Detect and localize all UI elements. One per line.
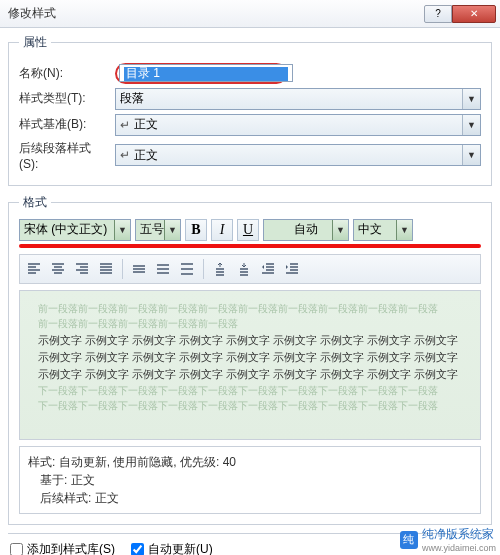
close-button[interactable]: ✕ xyxy=(452,5,496,23)
watermark-text-wrap: 纯净版系统家 www.yidaimei.com xyxy=(422,526,496,553)
name-row: 名称(N): xyxy=(19,63,481,84)
properties-legend: 属性 xyxy=(19,34,51,51)
align-left-button[interactable] xyxy=(23,258,45,280)
chevron-down-icon: ▼ xyxy=(114,220,130,240)
name-input[interactable] xyxy=(124,67,288,81)
preview-ghost-after: 下一段落下一段落下一段落下一段落下一段落下一段落下一段落下一段落下一段落下一段落 xyxy=(38,383,462,399)
chevron-down-icon: ▼ xyxy=(164,220,180,240)
bold-button[interactable]: B xyxy=(185,219,207,241)
info-line-2: 基于: 正文 xyxy=(28,471,472,489)
watermark-logo-icon: 纯 xyxy=(400,531,418,549)
next-style-select[interactable]: ↵ 正文 ▼ xyxy=(115,144,481,166)
font-size-value: 五号 xyxy=(140,221,164,238)
help-button[interactable]: ? xyxy=(424,5,452,23)
titlebar-buttons: ? ✕ xyxy=(424,5,496,23)
titlebar-title: 修改样式 xyxy=(8,5,424,22)
info-line-1: 样式: 自动更新, 使用前隐藏, 优先级: 40 xyxy=(28,453,472,471)
script-select[interactable]: 中文 ▼ xyxy=(353,219,413,241)
next-style-value: 正文 xyxy=(134,147,158,164)
watermark: 纯 纯净版系统家 www.yidaimei.com xyxy=(400,526,496,553)
properties-group: 属性 名称(N): 样式类型(T): 段落 ▼ 样式基准(B): ↵ 正文 ▼ xyxy=(8,34,492,186)
font-family-select[interactable]: 宋体 (中文正文) ▼ xyxy=(19,219,131,241)
name-highlight-annotation xyxy=(115,63,287,84)
paragraph-mark-icon: ↵ xyxy=(120,118,130,132)
script-value: 中文 xyxy=(358,221,382,238)
auto-update-checkbox[interactable]: 自动更新(U) xyxy=(131,541,213,556)
space-before-increase-button[interactable] xyxy=(209,258,231,280)
style-based-select[interactable]: ↵ 正文 ▼ xyxy=(115,114,481,136)
name-input-wrap xyxy=(119,64,293,82)
watermark-url: www.yidaimei.com xyxy=(422,543,496,553)
indent-decrease-button[interactable] xyxy=(257,258,279,280)
font-family-value: 宋体 (中文正文) xyxy=(24,221,107,238)
line-spacing-double-button[interactable] xyxy=(176,258,198,280)
line-spacing-single-button[interactable] xyxy=(128,258,150,280)
font-size-select[interactable]: 五号 ▼ xyxy=(135,219,181,241)
titlebar: 修改样式 ? ✕ xyxy=(0,0,500,28)
preview-ghost-before: 前一段落前一段落前一段落前一段落前一段落前一段落前一段落前一段落前一段落前一段落 xyxy=(38,301,462,317)
based-label: 样式基准(B): xyxy=(19,116,109,133)
preview-ghost-before2: 前一段落前一段落前一段落前一段落前一段落 xyxy=(38,316,462,332)
add-to-gallery-checkbox[interactable]: 添加到样式库(S) xyxy=(10,541,115,556)
font-color-select[interactable]: 自动 ▼ xyxy=(263,219,349,241)
preview-sample-line: 示例文字 示例文字 示例文字 示例文字 示例文字 示例文字 示例文字 示例文字 … xyxy=(38,349,462,366)
add-to-gallery-label: 添加到样式库(S) xyxy=(27,541,115,556)
type-label: 样式类型(T): xyxy=(19,90,109,107)
align-justify-button[interactable] xyxy=(95,258,117,280)
style-info-box: 样式: 自动更新, 使用前隐藏, 优先级: 40 基于: 正文 后续样式: 正文 xyxy=(19,446,481,514)
based-row: 样式基准(B): ↵ 正文 ▼ xyxy=(19,114,481,136)
preview-ghost-after2: 下一段落下一段落下一段落下一段落下一段落下一段落下一段落下一段落下一段落下一段落 xyxy=(38,398,462,414)
chevron-down-icon: ▼ xyxy=(396,220,412,240)
preview-sample-line: 示例文字 示例文字 示例文字 示例文字 示例文字 示例文字 示例文字 示例文字 … xyxy=(38,332,462,349)
paragraph-toolbar xyxy=(19,254,481,284)
type-row: 样式类型(T): 段落 ▼ xyxy=(19,88,481,110)
chevron-down-icon: ▼ xyxy=(332,220,348,240)
font-toolbar: 宋体 (中文正文) ▼ 五号 ▼ B I U 自动 ▼ 中文 ▼ xyxy=(19,219,481,241)
toolbar-divider xyxy=(203,259,204,279)
add-to-gallery-input[interactable] xyxy=(10,543,23,556)
line-spacing-onehalf-button[interactable] xyxy=(152,258,174,280)
align-center-button[interactable] xyxy=(47,258,69,280)
italic-button[interactable]: I xyxy=(211,219,233,241)
paragraph-mark-icon: ↵ xyxy=(120,148,130,162)
toolbar-divider xyxy=(122,259,123,279)
next-row: 后续段落样式(S): ↵ 正文 ▼ xyxy=(19,140,481,171)
font-color-value: 自动 xyxy=(294,221,318,238)
next-label: 后续段落样式(S): xyxy=(19,140,109,171)
preview-pane: 前一段落前一段落前一段落前一段落前一段落前一段落前一段落前一段落前一段落前一段落… xyxy=(19,290,481,440)
align-right-button[interactable] xyxy=(71,258,93,280)
underline-button[interactable]: U xyxy=(237,219,259,241)
info-line-3: 后续样式: 正文 xyxy=(28,489,472,507)
auto-update-label: 自动更新(U) xyxy=(148,541,213,556)
annotation-underline xyxy=(19,244,481,248)
chevron-down-icon: ▼ xyxy=(462,145,480,165)
space-before-decrease-button[interactable] xyxy=(233,258,255,280)
watermark-name: 纯净版系统家 xyxy=(422,527,494,541)
style-type-select[interactable]: 段落 ▼ xyxy=(115,88,481,110)
indent-increase-button[interactable] xyxy=(281,258,303,280)
style-based-value: 正文 xyxy=(134,116,158,133)
name-label: 名称(N): xyxy=(19,65,109,82)
auto-update-input[interactable] xyxy=(131,543,144,556)
style-type-value: 段落 xyxy=(120,90,144,107)
dialog-body: 属性 名称(N): 样式类型(T): 段落 ▼ 样式基准(B): ↵ 正文 ▼ xyxy=(0,28,500,555)
format-legend: 格式 xyxy=(19,194,51,211)
preview-sample-line: 示例文字 示例文字 示例文字 示例文字 示例文字 示例文字 示例文字 示例文字 … xyxy=(38,366,462,383)
chevron-down-icon: ▼ xyxy=(462,115,480,135)
format-group: 格式 宋体 (中文正文) ▼ 五号 ▼ B I U 自动 ▼ 中文 ▼ xyxy=(8,194,492,525)
chevron-down-icon: ▼ xyxy=(462,89,480,109)
